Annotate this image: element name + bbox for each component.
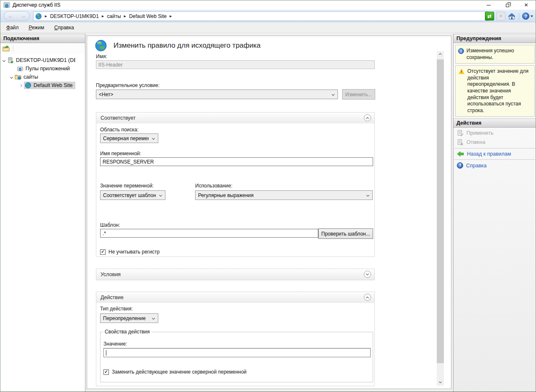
globe-icon[interactable] <box>35 13 42 20</box>
back-to-rules-link[interactable]: Назад к правилам <box>454 150 536 158</box>
scope-select[interactable]: Серверная переменн <box>100 133 158 143</box>
ignore-case-checkbox[interactable]: ✓ <box>100 249 106 255</box>
nav-pill: ← → <box>4 11 30 20</box>
edit-outbound-rule-page: Изменить правило для исходящего трафика … <box>87 36 451 389</box>
breadcrumb-arrow-icon: ▶ <box>102 15 104 18</box>
connections-tree: DESKTOP-U1MK9D1 (DESKTOP Пулы приложений <box>0 54 85 90</box>
action-properties-group: Свойства действия Значение: ✓ Заменить д… <box>100 332 373 382</box>
tree-item-server[interactable]: DESKTOP-U1MK9D1 (DESKTOP <box>0 56 85 64</box>
pattern-field[interactable]: .* <box>100 229 318 238</box>
tree-item-label: DESKTOP-U1MK9D1 (DESKTOP <box>16 57 75 63</box>
globe-icon <box>25 82 31 89</box>
actions-header: Действия <box>454 118 536 128</box>
chevron-right-icon[interactable] <box>19 84 22 87</box>
chevron-down-icon[interactable] <box>10 75 13 78</box>
match-section-header[interactable]: Соответствует <box>96 113 374 123</box>
connections-toolbar <box>0 43 85 54</box>
breadcrumb: ▶ DESKTOP-U1MK9D1 ▶ сайты ▶ Default Web … <box>33 11 489 21</box>
toolbar-separator <box>519 13 519 20</box>
info-alert-text: Изменения успешно сохранены. <box>466 48 532 61</box>
conditions-section-header[interactable]: Условия <box>96 269 374 280</box>
back-nav-button[interactable]: ← <box>8 13 13 19</box>
action-section: Действие Тип действия: Переопределение С… <box>96 292 375 386</box>
collapse-button[interactable] <box>364 114 371 121</box>
save-connection-icon[interactable] <box>3 45 10 52</box>
right-pane: Предупреждения i Изменения успешно сохра… <box>453 34 536 392</box>
tree-item-app-pools[interactable]: Пулы приложений <box>0 64 85 73</box>
breadcrumb-item-sites[interactable]: сайты <box>107 13 121 19</box>
connections-pane: Подключения <box>0 34 85 392</box>
restore-icon <box>506 4 509 7</box>
home-icon[interactable] <box>508 13 516 20</box>
close-button[interactable]: ✕ <box>517 0 536 10</box>
test-pattern-button[interactable]: Проверить шаблон... <box>318 228 373 239</box>
chevron-down-icon <box>332 93 335 96</box>
menu-view[interactable]: Режим <box>29 25 44 31</box>
menu-help[interactable]: Справка <box>54 25 74 31</box>
chevron-down-icon <box>152 317 155 320</box>
minimize-button[interactable] <box>479 0 498 10</box>
selected-tree-item[interactable]: Default Web Site <box>24 82 75 89</box>
info-icon: i <box>458 48 464 54</box>
variable-value-select[interactable]: Соответствует шаблону <box>100 190 165 200</box>
menu-bar: Файл Режим Справка <box>0 22 536 33</box>
action-section-header[interactable]: Действие <box>96 292 374 303</box>
variable-name-field[interactable]: RESPONSE_SERVER <box>100 157 373 166</box>
help-link[interactable]: ? Справка <box>454 161 536 170</box>
action-properties-title: Свойства действия <box>103 329 151 335</box>
back-to-rules-label: Назад к правилам <box>467 151 511 157</box>
tree-item-default-web-site[interactable]: Default Web Site <box>0 81 85 90</box>
close-icon: ✕ <box>524 2 528 8</box>
warning-alert: ! Отсутствует значение для действия пере… <box>455 65 535 117</box>
apply-label: Применить <box>466 130 494 136</box>
precondition-select[interactable]: <Нет> <box>96 90 338 99</box>
restore-button[interactable] <box>498 0 517 10</box>
variable-name-label: Имя переменной: <box>100 151 141 156</box>
replace-value-label: Заменить действующее значение серверной … <box>112 369 247 375</box>
iis-manager-window: Диспетчер служб IIS ✕ ← → ▶ DESKTOP-U1MK… <box>0 0 536 392</box>
forward-nav-button[interactable]: → <box>21 13 26 19</box>
menu-file[interactable]: Файл <box>6 25 19 31</box>
separator <box>454 159 535 160</box>
name-label: Имя: <box>96 54 107 59</box>
warning-alert-text: Отсутствует значение для действия переоп… <box>467 68 532 114</box>
breadcrumb-item-default-web-site[interactable]: Default Web Site <box>129 13 167 19</box>
restart-icon[interactable]: ⇄ <box>485 12 494 20</box>
scroll-down-button[interactable] <box>437 379 444 386</box>
tree-item-label: Пулы приложений <box>26 66 70 72</box>
variable-value-label: Значение переменной: <box>100 183 154 189</box>
ignore-case-label: Не учитывать регистр <box>108 249 160 255</box>
scope-label: Область поиска: <box>100 127 139 133</box>
breadcrumb-item-server[interactable]: DESKTOP-U1MK9D1 <box>50 13 98 19</box>
chevron-up-icon <box>366 117 369 120</box>
back-arrow-icon <box>457 151 464 157</box>
cancel-label: Отмена <box>466 139 485 145</box>
name-field: IIS-Header <box>96 60 375 69</box>
chevron-down-icon[interactable] <box>3 59 5 61</box>
text-caret <box>106 350 106 356</box>
chevron-down-icon <box>439 380 442 383</box>
window-title: Диспетчер служб IIS <box>13 2 60 8</box>
page-globe-icon <box>95 39 107 52</box>
pattern-label: Шаблон: <box>100 222 120 228</box>
help-menu-button[interactable]: ? <box>522 13 533 20</box>
scrollbar-thumb[interactable] <box>437 59 444 363</box>
iis-app-icon <box>3 2 10 8</box>
using-label: Использование: <box>195 183 232 189</box>
toolbar-separator <box>13 45 13 52</box>
precondition-label: Предварительное условие: <box>96 82 160 88</box>
scroll-up-button[interactable] <box>437 51 444 58</box>
apply-icon <box>457 130 464 136</box>
action-type-select[interactable]: Переопределение <box>100 313 158 323</box>
using-select[interactable]: Регулярные выражения <box>195 190 373 200</box>
vertical-scrollbar <box>437 51 444 386</box>
collapse-button[interactable] <box>364 294 371 301</box>
action-value-field[interactable] <box>103 348 371 357</box>
chevron-down-icon <box>159 194 162 197</box>
actions-list: Применить Отмена <box>454 128 536 170</box>
server-icon <box>7 57 14 64</box>
replace-value-checkbox[interactable]: ✓ <box>103 369 109 375</box>
tree-item-sites[interactable]: сайты <box>0 73 85 81</box>
conditions-section: Условия <box>96 269 375 280</box>
expand-button[interactable] <box>364 271 371 278</box>
